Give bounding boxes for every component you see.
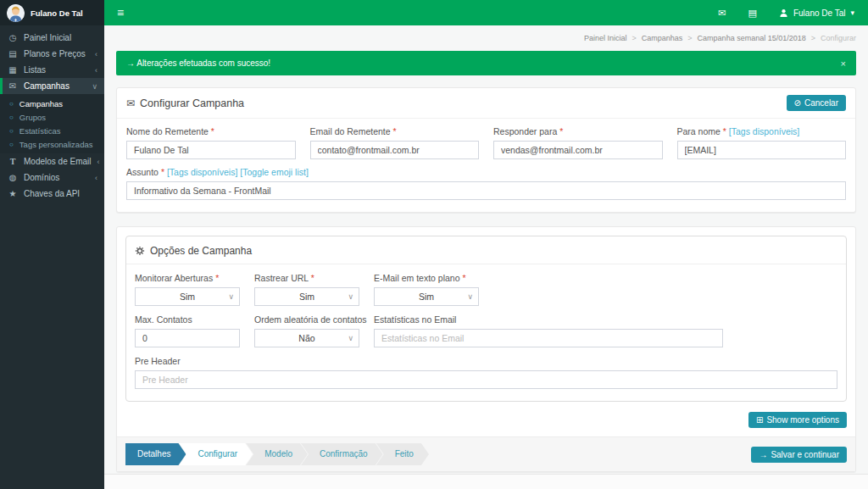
- cancel-circle-icon: ⊘: [794, 98, 801, 108]
- news-menu-button[interactable]: ▤: [748, 8, 757, 19]
- user-avatar: [7, 4, 25, 22]
- plus-square-icon: ⊞: [756, 415, 763, 425]
- close-icon[interactable]: ×: [841, 58, 846, 69]
- reply-to-label: Responder para *: [493, 126, 663, 136]
- random-order-label: Ordem aleatória de contatos: [254, 314, 359, 325]
- plain-text-select[interactable]: Sim ∨: [374, 287, 479, 306]
- tags-available-link[interactable]: [Tags disponíveis]: [167, 167, 237, 177]
- circle-icon: ○: [9, 127, 14, 135]
- campaign-options-panel: Opções de Campanha Monitorar Aberturas *…: [125, 236, 847, 402]
- alert-message: → Alterações efetuadas com sucesso!: [126, 58, 270, 68]
- subject-input[interactable]: [126, 181, 846, 200]
- wizard-footer: Detalhes Configurar Modelo Confirmação F…: [117, 436, 855, 471]
- top-navbar: ≡ ✉ ▤ Fulano De Tal ▾: [104, 0, 868, 25]
- pre-header-label: Pre Header: [135, 356, 837, 366]
- random-order-select[interactable]: Não ∨: [254, 329, 359, 347]
- arrow-right-circle-icon: →: [759, 450, 767, 459]
- chevron-left-icon: ‹: [95, 50, 97, 58]
- max-contacts-input[interactable]: [135, 329, 240, 347]
- field-to-name: Para nome * [Tags disponíveis]: [677, 126, 847, 159]
- max-contacts-label: Max. Contatos: [135, 314, 240, 325]
- sidebar-item-painel-inicial[interactable]: ◷ Painel Inicial: [0, 30, 104, 46]
- sidebar-item-listas[interactable]: ▦ Listas ‹: [0, 62, 104, 78]
- tags-available-link[interactable]: [Tags disponíveis]: [729, 126, 799, 136]
- sender-name-input[interactable]: [126, 141, 296, 159]
- sidebar-toggle-button[interactable]: ≡: [104, 0, 136, 25]
- configure-campaign-box: ✉ Configurar Campanha ⊘ Cancelar Nome do…: [116, 87, 856, 213]
- circle-icon: ○: [9, 141, 14, 148]
- sidebar-item-campanhas[interactable]: ✉ Campanhas ∨: [0, 78, 104, 94]
- pre-header-input[interactable]: [135, 370, 837, 389]
- plans-icon: ▤: [8, 49, 18, 58]
- field-random-order: Ordem aleatória de contatos Não ∨: [254, 314, 359, 347]
- breadcrumb-separator: >: [687, 34, 692, 42]
- star-icon: ★: [8, 189, 18, 198]
- plain-text-label: E-Mail em texto plano *: [374, 273, 479, 283]
- track-url-select[interactable]: Sim ∨: [254, 287, 359, 306]
- field-pre-header: Pre Header: [135, 356, 837, 389]
- sender-email-label: Email do Remetente *: [310, 126, 480, 136]
- to-name-input[interactable]: [677, 141, 847, 159]
- page-title: ✉ Configurar Campanha: [126, 97, 244, 109]
- caret-down-icon: ▾: [850, 8, 854, 17]
- wizard-step-configurar[interactable]: Configurar: [179, 443, 253, 465]
- field-email-stats: Estatísticas no Email: [374, 314, 723, 347]
- wizard-step-feito[interactable]: Feito: [376, 443, 429, 465]
- field-plain-text: E-Mail em texto plano * Sim ∨: [374, 273, 479, 306]
- monitor-opens-select[interactable]: Sim ∨: [135, 287, 240, 306]
- chevron-left-icon: ‹: [97, 158, 99, 166]
- field-monitor-opens: Monitorar Aberturas * Sim ∨: [135, 273, 240, 306]
- sidebar-brand: Fulano De Tal: [0, 0, 104, 25]
- submenu-item-campanhas[interactable]: ○ Campanhas: [0, 97, 104, 110]
- sidebar-menu: ◷ Painel Inicial ▤ Planos e Preços ‹ ▦ L…: [0, 25, 104, 202]
- options-panel-header: Opções de Campanha: [126, 236, 846, 264]
- sidebar-item-planos-precos[interactable]: ▤ Planos e Preços ‹: [0, 46, 104, 62]
- user-menu-button[interactable]: Fulano De Tal ▾: [779, 8, 854, 18]
- submenu-item-grupos[interactable]: ○ Grupos: [0, 110, 104, 124]
- save-continue-button[interactable]: → Salvar e continuar: [751, 447, 847, 463]
- chevron-down-icon: ∨: [467, 292, 473, 301]
- reply-to-input[interactable]: [493, 141, 663, 159]
- brand-user-name: Fulano De Tal: [31, 8, 83, 18]
- wizard-steps: Detalhes Configurar Modelo Confirmação F…: [125, 443, 751, 465]
- subject-label: Assunto * [Tags disponíveis] [Toggle emo…: [126, 167, 846, 177]
- chevron-down-icon: ∨: [348, 334, 353, 342]
- field-subject: Assunto * [Tags disponíveis] [Toggle emo…: [126, 167, 846, 200]
- wizard-step-detalhes[interactable]: Detalhes: [125, 443, 186, 465]
- field-sender-email: Email do Remetente *: [310, 126, 480, 159]
- show-more-options-button[interactable]: ⊞ Show more options: [748, 412, 847, 428]
- submenu-item-tags-personalizadas[interactable]: ○ Tags personalizadas: [0, 137, 104, 151]
- globe-icon: ◍: [8, 173, 18, 182]
- dashboard-icon: ◷: [8, 33, 18, 42]
- cancel-button[interactable]: ⊘ Cancelar: [787, 95, 846, 111]
- sidebar-item-chaves-api[interactable]: ★ Chaves da API: [0, 186, 104, 202]
- messages-menu-button[interactable]: ✉: [718, 8, 726, 19]
- sidebar-item-modelos-email[interactable]: T Modelos de Email ‹: [0, 153, 104, 169]
- breadcrumb-painel-inicial[interactable]: Painel Inicial: [584, 34, 627, 42]
- breadcrumb-campanhas[interactable]: Campanhas: [642, 34, 683, 42]
- person-icon: [779, 8, 788, 18]
- chevron-down-icon: ∨: [348, 292, 353, 301]
- email-stats-input[interactable]: [374, 329, 723, 347]
- email-stats-label: Estatísticas no Email: [374, 314, 723, 325]
- field-reply-to: Responder para *: [493, 126, 663, 159]
- sidebar-item-dominios[interactable]: ◍ Domínios ‹: [0, 169, 104, 186]
- toggle-emoji-link[interactable]: [Toggle emoji list]: [240, 167, 309, 177]
- lists-icon: ▦: [8, 65, 18, 75]
- circle-icon: ○: [9, 100, 14, 108]
- wizard-step-confirmacao[interactable]: Confirmação: [301, 443, 383, 465]
- chevron-left-icon: ‹: [95, 174, 97, 182]
- to-name-label: Para nome * [Tags disponíveis]: [677, 126, 847, 136]
- wizard-step-modelo[interactable]: Modelo: [246, 443, 308, 465]
- configure-box-header: ✉ Configurar Campanha ⊘ Cancelar: [117, 88, 855, 118]
- sender-name-label: Nome do Remetente *: [126, 126, 296, 136]
- breadcrumb-campanha-semanal[interactable]: Campanha semanal 15/01/2018: [698, 34, 806, 42]
- text-template-icon: T: [8, 157, 18, 166]
- content-area: Painel Inicial > Campanhas > Campanha se…: [104, 25, 868, 474]
- submenu-item-estatisticas[interactable]: ○ Estatísticas: [0, 124, 104, 137]
- options-panel-title: Opções de Campanha: [150, 245, 252, 257]
- envelope-icon: ✉: [126, 97, 135, 109]
- sidebar-submenu-campanhas: ○ Campanhas ○ Grupos ○ Estatísticas ○ Ta…: [0, 94, 104, 153]
- sender-email-input[interactable]: [310, 141, 480, 159]
- campaign-options-box: Opções de Campanha Monitorar Aberturas *…: [116, 226, 856, 472]
